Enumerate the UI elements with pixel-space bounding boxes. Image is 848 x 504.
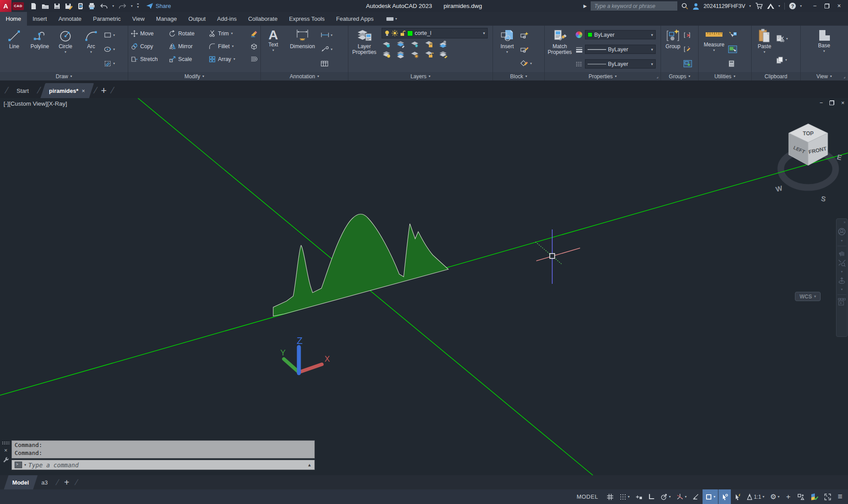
annotation-panel-label[interactable]: Annotation▾	[261, 72, 348, 80]
layers-panel-label[interactable]: Layers▾	[348, 72, 493, 80]
zoom-extents-icon[interactable]	[838, 260, 846, 267]
layer-thaw-sun-icon[interactable]	[392, 30, 398, 36]
command-expand-icon[interactable]: ▲	[307, 462, 312, 467]
view-panel-launcher[interactable]: ⌟	[844, 74, 845, 79]
snap-mode-toggle[interactable]: ▾	[617, 489, 632, 504]
layer-off-icon[interactable]	[382, 40, 391, 48]
erase-button[interactable]	[250, 30, 262, 37]
object-color-select[interactable]: ByLayer▾	[585, 30, 656, 39]
tab-output[interactable]: Output	[183, 12, 211, 26]
measure-dropdown[interactable]: ▾	[713, 48, 715, 52]
paste-button[interactable]: Paste ▾	[753, 27, 776, 72]
compass-east[interactable]: E	[836, 153, 843, 161]
cut-dropdown[interactable]: ▾	[786, 37, 788, 41]
redo-icon[interactable]	[118, 3, 126, 9]
navbar-wheel-dropdown[interactable]: ▾	[841, 239, 843, 243]
object-snap-toggle[interactable]: ▾	[703, 489, 718, 504]
close-button[interactable]: ×	[837, 0, 841, 12]
tab-home[interactable]: Home	[0, 12, 27, 26]
recent-commands-dropdown[interactable]: ▾	[24, 463, 26, 467]
compass-south[interactable]: S	[820, 195, 826, 203]
dynamic-input-toggle[interactable]	[633, 489, 645, 504]
signed-in-user[interactable]: 20241129FHF3V	[703, 3, 745, 9]
polar-tracking-toggle[interactable]: ▾	[658, 489, 673, 504]
circle-dropdown[interactable]: ▾	[65, 50, 66, 54]
hatch-icon[interactable]	[104, 60, 112, 67]
clipboard-panel-label[interactable]: Clipboard	[752, 72, 800, 80]
command-drag-grip[interactable]	[2, 441, 10, 444]
pan-hand-icon[interactable]	[838, 249, 846, 256]
copy-clip-dropdown[interactable]: ▾	[785, 58, 787, 62]
arc-button[interactable]: Arc ▾	[78, 27, 104, 72]
modify-panel-label[interactable]: Modify▾	[128, 72, 260, 80]
leader-dropdown[interactable]: ▾	[331, 47, 332, 51]
command-input[interactable]	[28, 462, 305, 469]
mirror-button[interactable]: Mirror	[169, 43, 209, 50]
utilities-panel-label[interactable]: Utilities▾	[699, 72, 751, 80]
customization-menu[interactable]: ≡	[834, 489, 846, 504]
stretch-button[interactable]: Stretch	[131, 56, 169, 63]
group-edit-icon[interactable]	[684, 46, 691, 53]
layer-isolate-icon[interactable]	[397, 40, 405, 48]
cut-icon[interactable]	[776, 35, 785, 42]
showmotion-icon[interactable]	[838, 298, 846, 305]
text-dropdown[interactable]: ▾	[272, 48, 274, 52]
help-icon[interactable]: ?	[789, 2, 796, 10]
command-history[interactable]: Command: Command:	[11, 440, 315, 458]
annotation-monitor-toggle[interactable]: +	[783, 489, 794, 504]
terrain-section-polygon[interactable]	[273, 214, 448, 316]
layout-tab-a3[interactable]: a3	[35, 475, 54, 489]
dimension-button[interactable]: Dimension	[286, 27, 319, 72]
object-snap-tracking-toggle[interactable]	[690, 489, 702, 504]
properties-panel-label[interactable]: Properties▾⌟	[545, 72, 661, 80]
model-space-toggle[interactable]: MODEL	[571, 489, 604, 504]
command-prompt-icon[interactable]	[15, 462, 22, 468]
quick-select-icon[interactable]	[728, 31, 737, 38]
paste-dropdown[interactable]: ▾	[764, 50, 765, 54]
layer-unisolate-icon[interactable]	[397, 50, 405, 58]
plot-icon[interactable]	[88, 3, 95, 10]
layer-thaw-icon[interactable]	[411, 50, 420, 58]
drawing-restore-icon[interactable]	[829, 100, 834, 105]
layout-tab-model[interactable]: Model	[4, 475, 38, 489]
user-avatar-icon[interactable]	[692, 3, 699, 10]
tab-annotate[interactable]: Annotate	[53, 12, 87, 26]
rectangle-icon[interactable]	[104, 32, 112, 38]
dimension-linear-dropdown[interactable]: ▾	[331, 33, 332, 37]
linetype-select[interactable]: ByLayer▾	[585, 59, 656, 69]
properties-panel-launcher[interactable]: ⌟	[657, 74, 658, 79]
search-icon[interactable]	[681, 3, 688, 10]
tab-insert[interactable]: Insert	[27, 12, 53, 26]
layer-on-bulb-icon[interactable]	[384, 30, 390, 36]
group-selection-toggle[interactable]	[684, 60, 692, 67]
scale-dropdown[interactable]: ▾	[763, 495, 764, 499]
measure-button[interactable]: Measure ▾	[700, 27, 728, 72]
define-attributes-icon[interactable]	[520, 60, 529, 67]
dimension-linear-icon[interactable]	[321, 32, 329, 38]
base-button[interactable]: Base ▾	[811, 27, 837, 72]
layer-lock-icon[interactable]	[425, 40, 434, 48]
color-wheel-icon[interactable]	[576, 31, 582, 38]
edit-block-icon[interactable]	[520, 46, 529, 53]
fillet-button[interactable]: Fillet▾	[209, 43, 250, 50]
command-customize-wrench-icon[interactable]	[3, 457, 9, 463]
clean-screen-toggle[interactable]	[821, 489, 834, 504]
orbit-icon[interactable]	[838, 277, 845, 284]
ucs-icon[interactable]: Z Y X	[280, 335, 330, 373]
iso-dropdown[interactable]: ▾	[685, 495, 687, 499]
navbar-close-icon[interactable]: ×	[844, 220, 846, 225]
rectangle-dropdown[interactable]: ▾	[113, 33, 115, 37]
rotate-button[interactable]: Rotate	[169, 30, 209, 37]
navigation-bar[interactable]: × ▾ ▾ ▾	[836, 218, 848, 337]
viewport-controls-label[interactable]: [-][Custom View][X-Ray]	[4, 100, 67, 107]
line-button[interactable]: Line	[1, 27, 27, 72]
graphics-performance-control[interactable]	[808, 489, 821, 504]
polyline-button[interactable]: Polyline	[27, 27, 53, 72]
select-objects-toggle[interactable]	[728, 46, 737, 53]
autocad-logo[interactable]: A	[0, 0, 11, 12]
qat-customize-icon[interactable]: ▾	[137, 4, 139, 9]
tab-collaborate[interactable]: Collaborate	[242, 12, 283, 26]
copy-clip-icon[interactable]	[776, 57, 784, 64]
layer-match-icon[interactable]	[439, 50, 448, 58]
array-dropdown[interactable]: ▾	[233, 57, 235, 61]
